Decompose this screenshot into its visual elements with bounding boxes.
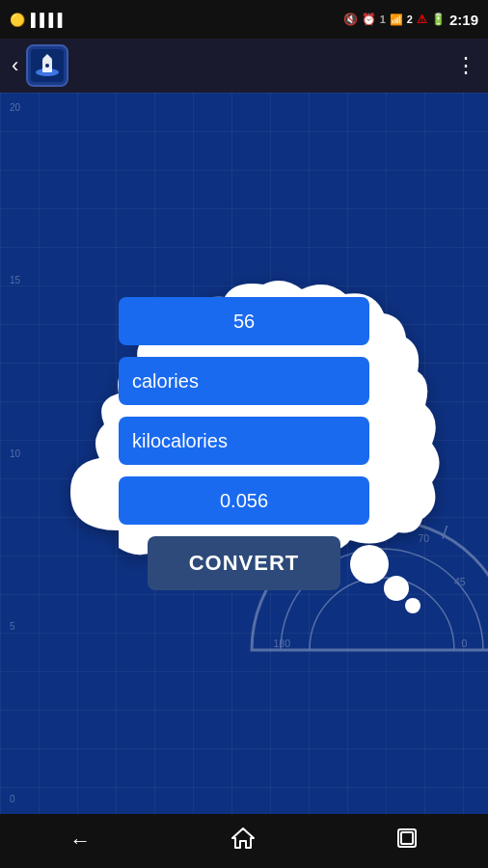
ruler-numbers: 20 15 10 5 0 — [10, 93, 20, 814]
notification-icon: 1 — [380, 14, 386, 25]
from-unit-label: calories — [132, 370, 199, 393]
status-left: 🟡 ▌▌▌▌ — [10, 13, 67, 27]
convert-button-label: CONVERT — [189, 551, 300, 576]
to-unit-label: kilocalories — [132, 430, 228, 452]
alert-icon: ⚠ — [417, 13, 427, 26]
battery-icon: 🔋 — [431, 13, 446, 26]
convert-button[interactable]: CONVERT — [148, 536, 340, 590]
home-icon — [230, 826, 256, 851]
notification-dot-icon: 🟡 — [10, 13, 25, 27]
output-value-field: 0.056 — [119, 476, 369, 525]
clock-display: 2:19 — [449, 12, 478, 28]
svg-marker-2 — [42, 54, 52, 59]
ruler-num-0: 0 — [10, 794, 20, 804]
main-content: 20 15 10 5 0 90 0 180 45 70 — [0, 93, 488, 814]
app-bar-left: ‹ — [12, 44, 68, 87]
cloud-bubble: 56 calories kilocalories 0.056 CONVERT — [41, 260, 447, 646]
overflow-menu-button[interactable]: ⋮ — [455, 55, 476, 76]
back-nav-button[interactable]: ← — [69, 828, 91, 854]
svg-text:0: 0 — [462, 637, 468, 649]
ruler-num-20: 20 — [10, 102, 20, 113]
app-bar: ‹ ⋮ — [0, 39, 488, 93]
status-bar: 🟡 ▌▌▌▌ 🔇 ⏰ 1 📶 2 ⚠ 🔋 2:19 — [0, 0, 488, 39]
home-nav-button[interactable] — [230, 826, 256, 857]
svg-text:45: 45 — [454, 576, 466, 587]
input-value-field[interactable]: 56 — [119, 297, 369, 345]
app-logo-inner — [31, 49, 64, 82]
converter-form: 56 calories kilocalories 0.056 CONVERT — [41, 278, 447, 648]
svg-point-3 — [45, 64, 49, 68]
svg-rect-19 — [401, 832, 413, 844]
svg-marker-17 — [232, 828, 254, 848]
app-logo-svg — [33, 51, 62, 80]
output-value-display: 0.056 — [220, 490, 268, 512]
ruler-num-15: 15 — [10, 275, 20, 285]
bars-icon: ▌▌▌▌ — [31, 13, 67, 27]
ruler-num-10: 10 — [10, 448, 20, 459]
wifi-bars-icon: 2 — [407, 14, 413, 25]
ruler-num-5: 5 — [10, 621, 20, 632]
status-right: 🔇 ⏰ 1 📶 2 ⚠ 🔋 2:19 — [343, 12, 478, 28]
input-value-display: 56 — [233, 311, 255, 333]
recents-icon — [395, 827, 419, 850]
back-button[interactable]: ‹ — [12, 53, 18, 78]
from-unit-field[interactable]: calories — [119, 357, 369, 405]
alarm-icon: ⏰ — [362, 13, 376, 26]
cellular-icon: 📶 — [390, 14, 403, 26]
mute-icon: 🔇 — [343, 13, 358, 26]
to-unit-field[interactable]: kilocalories — [119, 417, 369, 465]
recents-nav-button[interactable] — [395, 827, 419, 855]
bottom-nav-bar: ← — [0, 814, 488, 868]
app-logo — [26, 44, 68, 87]
